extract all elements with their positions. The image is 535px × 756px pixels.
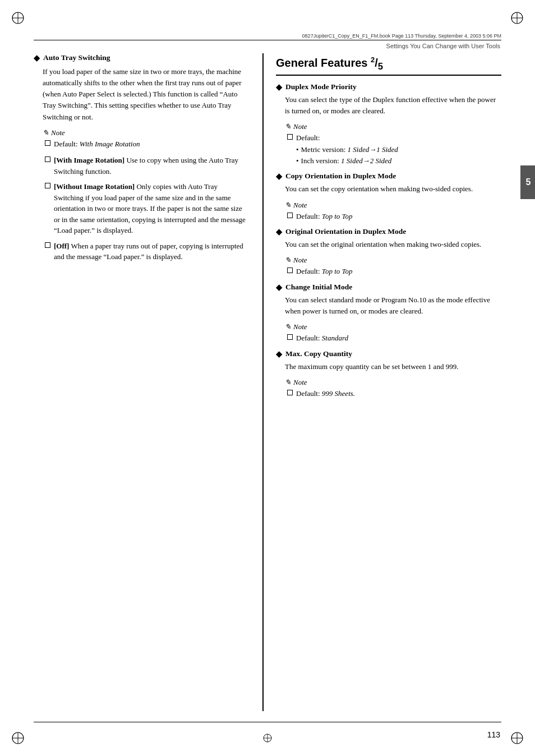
note-pencil-icon: ✎ xyxy=(285,378,291,387)
note-label: ✎ Note xyxy=(285,256,501,265)
checkbox-icon xyxy=(287,213,293,218)
diamond-icon: ◆ xyxy=(276,82,282,92)
change-initial-value: Standard xyxy=(322,334,348,342)
copy-orientation-value: Top to Top xyxy=(322,212,353,220)
sub-item-with-rotation: [With Image Rotation] Use to copy when u… xyxy=(43,155,247,177)
metric-version-item: • Metric version: 1 Sided→1 Sided xyxy=(296,144,501,155)
right-section-title: General Features 2/5 xyxy=(276,56,501,76)
left-column: ◆ Auto Tray Switching If you load paper … xyxy=(34,53,247,711)
section-tab-number: 5 xyxy=(526,177,531,187)
sub-item-with-rotation-row: [With Image Rotation] Use to copy when u… xyxy=(45,155,247,177)
checkbox-icon xyxy=(287,134,293,140)
duplex-default-label: Default: xyxy=(287,132,501,144)
change-initial-default: Default: Standard xyxy=(287,333,501,344)
header-filename: 0827JupiterC1_Copy_EN_F1_FM.book Page 11… xyxy=(302,33,501,39)
note-text: Note xyxy=(51,128,65,137)
diamond-icon: ◆ xyxy=(276,283,282,292)
inch-version-item: • Inch version: 1 Sided→2 Sided xyxy=(296,155,501,167)
checkbox-icon xyxy=(45,183,50,188)
page-number: 113 xyxy=(487,730,500,739)
metric-value: 1 Sided→1 Sided xyxy=(348,145,398,154)
max-copy-heading: ◆ Max. Copy Quantity xyxy=(276,349,501,359)
original-orientation-heading: ◆ Original Orientation in Duplex Mode xyxy=(276,227,501,237)
duplex-priority-heading: ◆ Duplex Mode Priority xyxy=(276,82,501,92)
sub-item-off-head: [Off] xyxy=(54,242,69,250)
note-label: ✎ Note xyxy=(43,128,247,137)
checkbox-icon xyxy=(287,390,293,395)
item-max-copy-quantity: ◆ Max. Copy Quantity The maximum copy qu… xyxy=(276,349,501,399)
note-pencil-icon: ✎ xyxy=(285,201,291,210)
item-copy-orientation: ◆ Copy Orientation in Duplex Mode You ca… xyxy=(276,172,501,222)
auto-tray-heading: ◆ Auto Tray Switching xyxy=(34,53,247,63)
note-pencil-icon: ✎ xyxy=(285,122,291,131)
inch-label: Inch version: xyxy=(301,156,341,165)
page: 0827JupiterC1_Copy_EN_F1_FM.book Page 11… xyxy=(0,0,535,756)
center-bottom-mark xyxy=(262,732,273,746)
note-pencil-icon: ✎ xyxy=(285,256,291,265)
corner-mark-bl xyxy=(10,730,26,746)
right-column: 5 General Features 2/5 ◆ Duplex Mode Pri… xyxy=(262,53,501,711)
note-pencil-icon: ✎ xyxy=(285,322,291,331)
change-initial-note: ✎ Note Default: Standard xyxy=(285,322,501,344)
main-content: ◆ Auto Tray Switching If you load paper … xyxy=(34,53,501,711)
note-label: ✎ Note xyxy=(285,122,501,131)
note-default-text: Default: With Image Rotation xyxy=(54,139,140,150)
note-label: ✎ Note xyxy=(285,322,501,331)
diamond-icon: ◆ xyxy=(34,53,40,63)
duplex-priority-note: ✎ Note Default: • Metric version: 1 Side… xyxy=(285,122,501,167)
sub-item-off-text: When a paper tray runs out of paper, cop… xyxy=(54,242,243,261)
change-initial-heading: ◆ Change Initial Mode xyxy=(276,283,501,292)
original-orientation-body: You can set the original orientation whe… xyxy=(285,239,501,250)
auto-tray-note: ✎ Note Default: With Image Rotation xyxy=(43,128,247,150)
max-copy-note: ✎ Note Default: 999 Sheets. xyxy=(285,378,501,399)
diamond-icon: ◆ xyxy=(276,349,282,359)
sub-item-without-rotation-head: [Without Image Rotation] xyxy=(54,182,135,191)
checkbox-icon xyxy=(287,268,293,273)
item-duplex-mode-priority: ◆ Duplex Mode Priority You can select th… xyxy=(276,82,501,167)
bottom-rule xyxy=(34,722,501,722)
sub-item-off-row: [Off] When a paper tray runs out of pape… xyxy=(45,241,247,262)
note-pencil-icon: ✎ xyxy=(43,128,49,137)
corner-mark-tr xyxy=(509,10,525,26)
duplex-sub-list: • Metric version: 1 Sided→1 Sided • Inch… xyxy=(296,144,501,166)
checkbox-icon xyxy=(287,334,293,340)
copy-orientation-note: ✎ Note Default: Top to Top xyxy=(285,201,501,222)
change-initial-body: You can select standard mode or Program … xyxy=(285,294,501,317)
header-bar: 0827JupiterC1_Copy_EN_F1_FM.book Page 11… xyxy=(34,33,501,40)
corner-mark-tl xyxy=(10,10,26,26)
note-label: ✎ Note xyxy=(285,378,501,387)
section-tab: 5 xyxy=(520,165,535,199)
item-change-initial-mode: ◆ Change Initial Mode You can select sta… xyxy=(276,283,501,344)
copy-orientation-default: Default: Top to Top xyxy=(287,211,501,222)
item-original-orientation: ◆ Original Orientation in Duplex Mode Yo… xyxy=(276,227,501,277)
original-orientation-value: Top to Top xyxy=(322,267,353,275)
original-orientation-default: Default: Top to Top xyxy=(287,266,501,277)
checkbox-icon xyxy=(45,140,50,146)
max-copy-body: The maximum copy quantity can be set bet… xyxy=(285,361,501,372)
metric-label: Metric version: xyxy=(301,145,348,154)
copy-orientation-body: You can set the copy orientation when ma… xyxy=(285,183,501,195)
sub-item-without-rotation-row: [Without Image Rotation] Only copies wit… xyxy=(45,181,247,236)
diamond-icon: ◆ xyxy=(276,227,282,237)
sub-item-with-rotation-head: [With Image Rotation] xyxy=(54,156,124,164)
page-header-text: Settings You Can Change with User Tools xyxy=(386,43,500,49)
corner-mark-br xyxy=(509,730,525,746)
note-label: ✎ Note xyxy=(285,201,501,210)
max-copy-default: Default: 999 Sheets. xyxy=(287,388,501,399)
sub-item-off: [Off] When a paper tray runs out of pape… xyxy=(43,241,247,262)
auto-tray-title: Auto Tray Switching xyxy=(43,53,110,62)
inch-value: 1 Sided→2 Sided xyxy=(341,156,391,165)
note-default-item: Default: With Image Rotation xyxy=(45,139,247,150)
diamond-icon: ◆ xyxy=(276,172,282,181)
duplex-priority-body: You can select the type of the Duplex fu… xyxy=(285,94,501,117)
copy-orientation-heading: ◆ Copy Orientation in Duplex Mode xyxy=(276,172,501,181)
original-orientation-note: ✎ Note Default: Top to Top xyxy=(285,256,501,277)
auto-tray-intro: If you load paper of the same size in tw… xyxy=(43,66,247,123)
sub-item-without-rotation: [Without Image Rotation] Only copies wit… xyxy=(43,181,247,236)
max-copy-value: 999 Sheets. xyxy=(322,389,355,398)
checkbox-icon xyxy=(45,156,50,162)
checkbox-icon xyxy=(45,242,50,248)
